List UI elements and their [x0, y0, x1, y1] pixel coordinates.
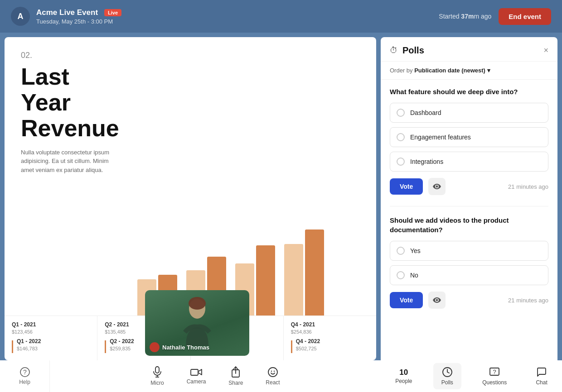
table-q4-2022-val: $502,725: [296, 346, 320, 351]
poll-1-option-3[interactable]: Integrations: [390, 152, 548, 172]
poll-2-radio-2[interactable]: [397, 271, 405, 279]
table-q1-2021-val: $123,456: [12, 329, 90, 335]
poll-1-radio-3[interactable]: [397, 158, 405, 166]
event-name: Acme Live Event: [36, 8, 98, 17]
main-area: 02. Last Year Revenue Nulla voluptate co…: [0, 33, 562, 360]
header-right: Started 37mm ago End event: [439, 8, 551, 25]
people-count: 10: [399, 368, 408, 376]
end-event-button[interactable]: End event: [499, 8, 551, 25]
poll-1-question: What feature should we deep dive into?: [390, 87, 548, 96]
poll-2-time: 21 minutes ago: [508, 297, 548, 304]
table-divider-q4: [291, 340, 292, 353]
video-name: Nathalie Thomas: [162, 344, 209, 351]
slide-number: 02.: [21, 51, 119, 60]
order-label: Order by: [390, 67, 413, 74]
poll-1-actions: Vote 21 minutes ago: [390, 178, 548, 195]
help-button[interactable]: ? Help: [0, 360, 50, 392]
header-left: A Acme Live Event Live Tuesday, May 25th…: [11, 7, 121, 26]
poll-2-actions: Vote 21 minutes ago: [390, 292, 548, 309]
table-q4-2021-val: $254,836: [291, 329, 369, 335]
poll-1-vote-button[interactable]: Vote: [390, 178, 423, 195]
bar-q4-2022: [305, 229, 324, 316]
order-row: Order by Publication date (newest) ▾: [381, 62, 557, 80]
camera-tab[interactable]: Camera: [187, 368, 206, 385]
person-silhouette: [177, 296, 218, 346]
table-q2-2022-year: Q2 - 2022: [110, 338, 134, 344]
micro-icon: [152, 366, 162, 378]
table-q1-2022-val: $146,783: [17, 346, 41, 351]
poll-1-label-1: Dashboard: [410, 109, 441, 116]
share-tab[interactable]: Share: [228, 366, 243, 386]
svg-point-10: [268, 368, 277, 377]
micro-tab[interactable]: Micro: [150, 366, 164, 386]
polls-tab[interactable]: Polls: [433, 363, 461, 389]
polls-header: ⏱ Polls ×: [381, 37, 557, 62]
poll-2-option-2[interactable]: No: [390, 265, 548, 285]
poll-2-eye-button[interactable]: [428, 292, 446, 309]
polls-close-button[interactable]: ×: [543, 46, 548, 55]
micro-label: Micro: [150, 380, 164, 386]
poll-1-option-1[interactable]: Dashboard: [390, 103, 548, 123]
bottom-right-tabs: 10 People Polls ? Questions Chat: [381, 363, 562, 389]
poll-1-eye-button[interactable]: [428, 178, 446, 195]
table-q4-2022-year: Q4 - 2022: [296, 338, 320, 344]
svg-text:?: ?: [23, 368, 27, 376]
event-date: Tuesday, May 25th - 3:00 PM: [36, 18, 121, 25]
table-q1-2021-year: Q1 - 2021: [12, 321, 90, 328]
react-tab[interactable]: React: [266, 367, 280, 386]
help-label: Help: [19, 379, 30, 385]
started-time: 37m: [461, 13, 474, 20]
table-q2-2022-val: $259,835: [110, 346, 134, 351]
poll-1-label-2: Engagement features: [410, 134, 471, 141]
poll-1: What feature should we deep dive into? D…: [390, 87, 548, 195]
eye-icon-2: [433, 297, 441, 303]
poll-2-radio-1[interactable]: [397, 247, 405, 255]
slide-content: 02. Last Year Revenue Nulla voluptate co…: [5, 37, 376, 316]
share-label: Share: [228, 380, 243, 386]
poll-1-radio-1[interactable]: [397, 109, 405, 117]
chart-area: [128, 51, 360, 316]
video-avatar-icon: [150, 342, 160, 352]
questions-tab[interactable]: ? Questions: [474, 363, 515, 389]
event-info: Acme Live Event Live Tuesday, May 25th -…: [36, 8, 121, 25]
svg-point-1: [189, 297, 206, 310]
bar-q3-2022: [256, 245, 275, 316]
polls-panel: ⏱ Polls × Order by Publication date (new…: [381, 37, 557, 360]
svg-rect-4: [155, 367, 159, 373]
presentation-area: 02. Last Year Revenue Nulla voluptate co…: [0, 33, 381, 360]
svg-point-11: [271, 371, 272, 372]
react-label: React: [266, 379, 280, 386]
polls-tab-icon: [442, 367, 453, 378]
share-icon: [231, 366, 241, 378]
camera-icon: [190, 368, 202, 377]
bar-group-q4: [284, 229, 324, 316]
polls-title-row: ⏱ Polls: [390, 45, 424, 56]
poll-2-vote-button[interactable]: Vote: [390, 292, 423, 308]
poll-2-label-2: No: [410, 272, 418, 279]
chat-icon: [536, 367, 547, 378]
react-icon: [267, 367, 278, 378]
poll-2-option-1[interactable]: Yes: [390, 241, 548, 261]
people-tab[interactable]: 10 People: [387, 365, 420, 388]
poll-2-label-1: Yes: [410, 247, 421, 254]
poll-2: Should we add videos to the product docu…: [390, 215, 548, 309]
order-dropdown[interactable]: Publication date (newest) ▾: [414, 67, 490, 74]
svg-rect-7: [191, 369, 198, 375]
chat-tab[interactable]: Chat: [528, 363, 555, 389]
chat-label: Chat: [536, 379, 547, 386]
bottom-center-tabs: Micro Camera Share: [50, 366, 381, 386]
table-q4-2021-year: Q4 - 2021: [291, 321, 369, 328]
slide-title: Last Year Revenue: [21, 64, 119, 142]
table-divider-q1: [12, 340, 13, 353]
poll-1-label-3: Integrations: [410, 158, 443, 165]
camera-label: Camera: [187, 378, 206, 385]
bottom-bar: ? Help Micro Camera: [0, 360, 562, 392]
live-badge: Live: [104, 9, 121, 16]
table-col-q1: Q1 - 2021 $123,456 Q1 - 2022 $146,783: [5, 316, 97, 360]
poll-1-option-2[interactable]: Engagement features: [390, 127, 548, 147]
poll-1-radio-2[interactable]: [397, 133, 405, 141]
svg-point-12: [274, 371, 275, 372]
questions-icon: ?: [489, 367, 500, 378]
eye-icon-1: [433, 184, 441, 189]
video-overlay: Nathalie Thomas: [145, 290, 249, 356]
